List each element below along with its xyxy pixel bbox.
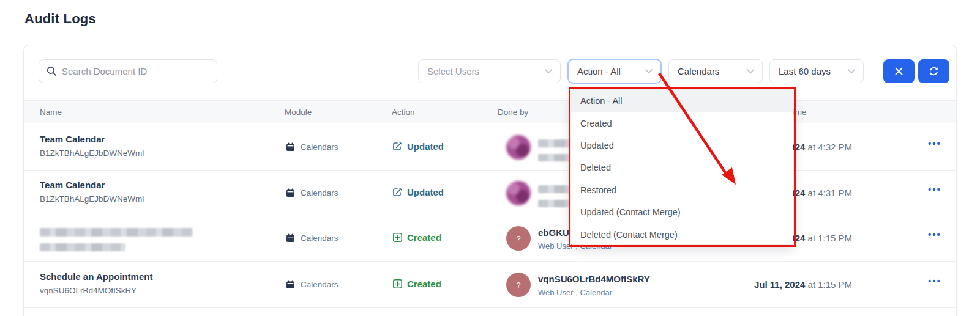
column-header-name: Name [40, 108, 62, 117]
document-id: vqnSU6OLrBd4MOfISkRY [40, 286, 152, 295]
refresh-icon [929, 66, 939, 76]
row-actions-button[interactable]: ••• [915, 276, 955, 286]
chevron-down-icon [847, 68, 856, 74]
table-row[interactable]: Calendars Created ? ebGKUpj9 Web User , … [24, 216, 956, 262]
event-time: at 4:32 PM [808, 142, 853, 152]
done-by-user: vqnSU6OLrBd4MOfISkRY Web User , Calendar [538, 273, 650, 297]
users-filter-select[interactable]: Select Users [418, 59, 561, 83]
calendar-icon [286, 188, 295, 197]
column-header-doneby: Done by [498, 108, 528, 117]
action-label: Updated [407, 141, 444, 152]
document-title: Team Calendar [40, 180, 144, 190]
clear-filters-button[interactable] [883, 59, 915, 83]
module-cell: Calendars [286, 142, 339, 152]
action-cell: Updated [392, 187, 444, 197]
table-header: Name Module Action Done by Time [24, 100, 956, 123]
module-label: Calendars [301, 233, 339, 243]
document-name-cell: Team Calendar B1ZkTBhALgEJbDWNeWml [40, 134, 144, 158]
refresh-button[interactable] [918, 59, 949, 83]
row-actions-button[interactable]: ••• [915, 229, 955, 240]
module-filter-select[interactable]: Calendars [668, 59, 763, 83]
row-actions-button[interactable]: ••• [915, 184, 955, 194]
redacted-avatar [506, 181, 531, 205]
chevron-down-icon [746, 68, 755, 74]
menu-item-restored[interactable]: Restored [571, 179, 793, 201]
calendar-icon [286, 233, 295, 243]
module-label: Calendars [301, 188, 339, 197]
chevron-down-icon [645, 68, 653, 74]
action-filter-select[interactable]: Action - All [567, 59, 662, 84]
action-cell: Created [392, 232, 441, 243]
document-title: Team Calendar [40, 134, 144, 144]
event-date: Jul 11, 2024 [754, 279, 805, 290]
menu-item-created[interactable]: Created [571, 112, 793, 134]
module-cell: Calendars [286, 188, 339, 197]
module-cell: Calendars [286, 233, 339, 243]
menu-item-deleted[interactable]: Deleted [571, 156, 793, 178]
done-by-cell: ? vqnSU6OLrBd4MOfISkRY Web User , Calend… [506, 273, 650, 297]
menu-item-updated[interactable]: Updated [571, 134, 793, 156]
document-title: Schedule an Appointment [40, 271, 152, 282]
done-by-role: Web User , Calendar [538, 288, 650, 297]
plus-square-icon [392, 232, 403, 243]
action-filter-value: Action - All [577, 66, 621, 76]
redacted-document-title [40, 228, 193, 237]
edit-square-icon [392, 141, 403, 152]
module-label: Calendars [301, 142, 339, 152]
search-box [39, 59, 217, 83]
action-label: Created [407, 279, 441, 289]
event-time: at 1:15 PM [808, 279, 853, 290]
action-label: Updated [407, 187, 444, 197]
page-title: Audit Logs [24, 11, 96, 27]
column-header-action: Action [392, 108, 415, 117]
plus-square-icon [392, 279, 403, 289]
menu-item-updated-contact-merge[interactable]: Updated (Contact Merge) [571, 201, 793, 223]
document-name-cell: Schedule an Appointment vqnSU6OLrBd4MOfI… [40, 271, 152, 295]
users-filter-value: Select Users [427, 66, 479, 76]
document-id: B1ZkTBhALgEJbDWNeWml [40, 149, 144, 158]
calendar-icon [286, 142, 295, 152]
module-filter-value: Calendars [678, 66, 719, 76]
table-row[interactable]: Schedule an Appointment vqnSU6OLrBd4MOfI… [24, 262, 956, 308]
document-name-cell: Team Calendar B1ZkTBhALgEJbDWNeWml [40, 180, 144, 204]
avatar: ? [506, 226, 531, 251]
chevron-down-icon [544, 68, 553, 74]
action-label: Created [407, 232, 441, 243]
document-name-cell [40, 225, 193, 251]
table-row[interactable]: Team Calendar B1ZkTBhALgEJbDWNeWml Calen… [24, 171, 956, 216]
document-id: B1ZkTBhALgEJbDWNeWml [40, 194, 144, 204]
search-icon [47, 66, 57, 76]
table-row[interactable]: Team Calendar B1ZkTBhALgEJbDWNeWml Calen… [24, 125, 956, 171]
avatar: ? [506, 273, 531, 297]
calendar-icon [286, 280, 295, 289]
column-header-module: Module [285, 108, 312, 117]
date-range-filter-select[interactable]: Last 60 days [769, 59, 864, 83]
event-time: at 4:31 PM [808, 188, 853, 198]
module-cell: Calendars [286, 280, 339, 289]
action-dropdown-menu: Action - All Created Updated Deleted Res… [570, 89, 793, 245]
action-cell: Updated [392, 141, 444, 152]
edit-square-icon [392, 187, 403, 197]
audit-logs-page: Audit Logs Select Users Action - All Cal… [0, 0, 980, 316]
search-input[interactable] [62, 66, 209, 76]
time-cell: Jul 11, 2024 at 1:15 PM [754, 279, 852, 290]
module-label: Calendars [301, 280, 339, 289]
action-cell: Created [392, 279, 441, 289]
event-time: at 1:15 PM [808, 233, 853, 243]
redacted-avatar [506, 135, 531, 160]
menu-item-action-all[interactable]: Action - All [571, 90, 793, 112]
menu-item-deleted-contact-merge[interactable]: Deleted (Contact Merge) [571, 223, 793, 245]
x-mark-icon [894, 67, 903, 76]
row-actions-button[interactable]: ••• [915, 138, 955, 149]
redacted-document-id [40, 243, 125, 251]
done-by-name: vqnSU6OLrBd4MOfISkRY [538, 274, 650, 284]
date-range-filter-value: Last 60 days [779, 66, 831, 76]
